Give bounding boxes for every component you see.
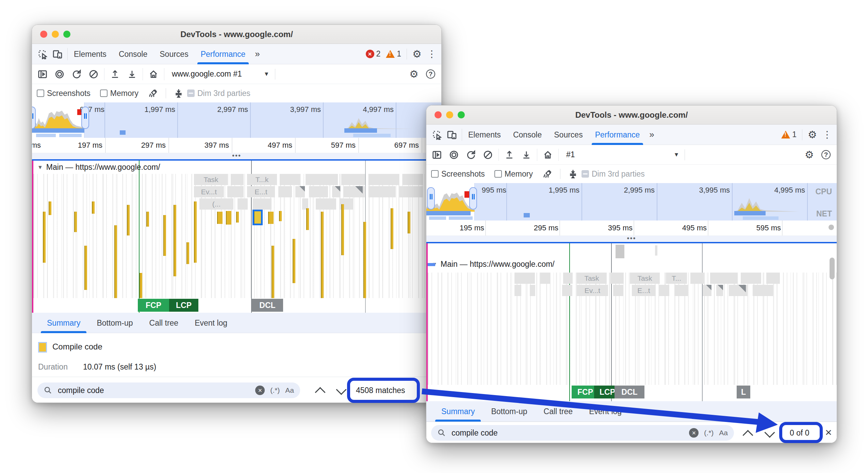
detail-time-ruler[interactable]: 195 ms295 ms395 ms495 ms595 ms [426, 221, 837, 236]
download-profile-icon[interactable] [521, 150, 531, 160]
toggle-sidebar-icon[interactable] [432, 150, 442, 160]
next-match-button[interactable] [764, 427, 775, 438]
clear-recording-icon[interactable] [88, 69, 99, 79]
warning-badge[interactable]: 1 [386, 49, 401, 59]
next-match-button[interactable] [336, 384, 346, 395]
regex-toggle[interactable]: (.*) [704, 429, 714, 437]
flame-chart[interactable]: ▼ Main — https://www.google.com/ TaskT..… [32, 161, 441, 313]
match-case-toggle[interactable]: Aa [719, 429, 728, 437]
selection-handle-right[interactable] [469, 187, 477, 210]
history-select[interactable]: #1 ▼ [559, 149, 685, 161]
kebab-menu-icon[interactable]: ⋮ [427, 48, 437, 60]
tab-event-log[interactable]: Event log [581, 401, 630, 422]
selection-handle-left[interactable] [427, 187, 435, 210]
clear-search-button[interactable]: × [255, 386, 265, 395]
record-icon[interactable] [449, 150, 459, 160]
tab-console[interactable]: Console [113, 44, 153, 64]
ruler-tick: 195 ms [450, 224, 484, 232]
flame-bar [217, 212, 223, 224]
device-toolbar-icon[interactable] [447, 130, 457, 140]
reload-and-record-icon[interactable] [71, 69, 82, 79]
home-icon[interactable] [543, 150, 553, 160]
flame-block: T... [666, 273, 687, 284]
timing-marker-badge: DCL [252, 299, 283, 312]
download-profile-icon[interactable] [127, 69, 137, 79]
previous-match-button[interactable] [315, 387, 325, 397]
toggle-sidebar-icon[interactable] [37, 69, 48, 79]
tab-event-log[interactable]: Event log [186, 313, 235, 333]
upload-profile-icon[interactable] [504, 150, 514, 160]
history-select[interactable]: www.google.com #1 ▼ [164, 68, 275, 80]
scroll-dot[interactable] [829, 225, 834, 230]
tab-elements[interactable]: Elements [68, 44, 113, 64]
vertical-scrollbar[interactable] [830, 258, 835, 279]
clear-recording-icon[interactable] [483, 150, 493, 160]
search-query[interactable]: compile code [452, 428, 684, 438]
tab-performance[interactable]: Performance [589, 125, 646, 145]
warning-count: 1 [792, 130, 797, 139]
window-titlebar[interactable]: DevTools - www.google.com/ [32, 25, 441, 44]
help-icon[interactable]: ? [821, 150, 831, 159]
more-tabs-chevron[interactable]: » [646, 129, 657, 140]
record-icon[interactable] [54, 69, 65, 79]
main-track-header[interactable]: ▼ Main — https://www.google.com/ [37, 163, 160, 172]
help-icon[interactable]: ? [426, 69, 435, 79]
collapse-sanitize-icon[interactable] [568, 169, 578, 179]
tab-summary[interactable]: Summary [433, 401, 483, 422]
garbage-collect-icon[interactable] [148, 88, 158, 98]
detail-time-ruler[interactable]: ms197 ms297 ms397 ms497 ms597 ms697 ms [32, 138, 441, 153]
network-track-grip[interactable]: ••• [32, 153, 441, 159]
close-search-button[interactable]: × [825, 426, 832, 439]
upload-profile-icon[interactable] [110, 69, 120, 79]
window-titlebar[interactable]: DevTools - www.google.com/ [426, 105, 837, 125]
device-toolbar-icon[interactable] [52, 49, 63, 59]
tab-sources[interactable]: Sources [153, 44, 194, 64]
screenshots-checkbox[interactable]: Screenshots [431, 169, 485, 179]
tab-bottom-up[interactable]: Bottom-up [88, 313, 141, 333]
tab-call-tree[interactable]: Call tree [536, 401, 581, 422]
tab-summary[interactable]: Summary [39, 313, 88, 333]
tab-elements[interactable]: Elements [462, 125, 507, 145]
tab-bottom-up[interactable]: Bottom-up [483, 401, 535, 422]
settings-gear-icon[interactable]: ⚙ [808, 129, 817, 141]
selection-handle-left[interactable] [32, 107, 36, 129]
flame-block [766, 273, 780, 284]
garbage-collect-icon[interactable] [542, 169, 553, 179]
tab-call-tree[interactable]: Call tree [141, 313, 187, 333]
inspect-element-icon[interactable] [37, 49, 48, 59]
capture-settings-gear-icon[interactable]: ⚙ [409, 68, 419, 80]
main-track-header[interactable]: ▼ Main — https://www.google.com/ [432, 260, 555, 269]
more-tabs-chevron[interactable]: » [251, 49, 263, 59]
collapse-caret-icon[interactable]: ▼ [37, 164, 43, 170]
timeline-overview[interactable]: 995 ms1,995 ms2,995 ms3,995 ms4,995 ms C… [426, 183, 837, 221]
tab-performance[interactable]: Performance [195, 44, 252, 64]
reload-and-record-icon[interactable] [466, 150, 476, 160]
memory-checkbox[interactable]: Memory [494, 169, 533, 179]
search-query[interactable]: compile code [58, 386, 250, 395]
match-case-toggle[interactable]: Aa [285, 386, 294, 394]
warning-badge[interactable]: 1 [781, 130, 797, 139]
memory-checkbox[interactable]: Memory [100, 89, 138, 98]
inspect-element-icon[interactable] [432, 130, 442, 140]
error-badge[interactable]: × 2 [366, 49, 381, 59]
network-track-grip[interactable]: ••• [426, 236, 837, 242]
selection-handle-right[interactable] [81, 107, 89, 129]
clear-search-button[interactable]: × [689, 428, 699, 438]
collapse-sanitize-icon[interactable] [174, 88, 184, 98]
tab-sources[interactable]: Sources [548, 125, 589, 145]
dim-third-parties-checkbox[interactable]: Dim 3rd parties [582, 169, 645, 179]
capture-settings-gear-icon[interactable]: ⚙ [805, 149, 814, 161]
settings-gear-icon[interactable]: ⚙ [412, 48, 422, 60]
tab-console[interactable]: Console [507, 125, 548, 145]
screenshots-checkbox[interactable]: Screenshots [37, 89, 91, 98]
regex-toggle[interactable]: (.*) [270, 386, 280, 394]
home-icon[interactable] [148, 69, 159, 79]
search-input[interactable]: compile code × (.*) Aa [431, 425, 734, 441]
timeline-overview[interactable]: 997 ms1,997 ms2,997 ms3,997 ms4,997 ms [32, 102, 441, 138]
previous-match-button[interactable] [742, 430, 753, 440]
kebab-menu-icon[interactable]: ⋮ [822, 129, 832, 140]
flame-chart[interactable]: ▼ Main — https://www.google.com/ TaskTas… [426, 243, 837, 401]
search-input[interactable]: compile code × (.*) Aa [37, 382, 300, 398]
flame-block: Ev...t [577, 285, 608, 296]
dim-third-parties-checkbox[interactable]: Dim 3rd parties [187, 89, 250, 98]
